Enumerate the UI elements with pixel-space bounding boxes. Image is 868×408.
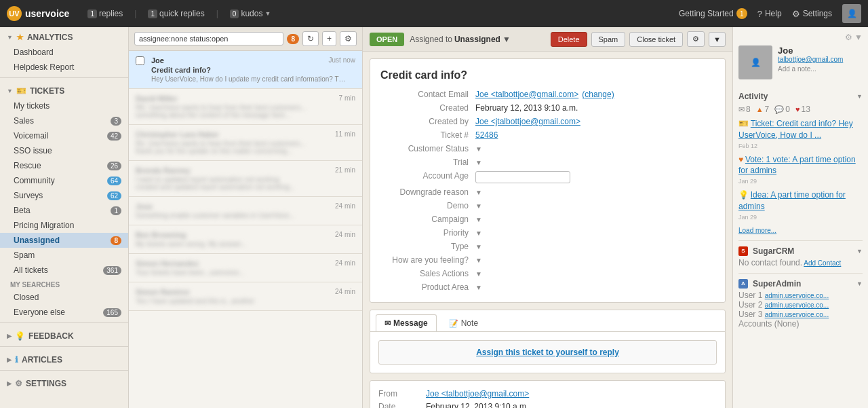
ticket-item[interactable]: Simon Hernandez 24 min Your tickets have… — [129, 254, 362, 282]
tab-note[interactable]: 📝 Note — [440, 314, 487, 331]
add-note-link[interactable]: Add a note... — [778, 65, 843, 73]
articles-section-header[interactable]: ▶ ℹ ARTICLES — [0, 350, 128, 367]
created-by-link[interactable]: Joe <jtalbottjoe@gmail.com> — [475, 117, 580, 126]
ticket-dropdown-button[interactable]: ▼ — [709, 32, 726, 47]
sidebar-item-rescue[interactable]: Rescue 26 — [0, 158, 128, 173]
user-avatar-nav[interactable]: 👤 — [842, 4, 861, 23]
ticket-item[interactable]: Jose 24 min Something enable customer va… — [129, 197, 362, 225]
delete-button[interactable]: Delete — [551, 32, 587, 47]
tab-message[interactable]: ✉ Message — [376, 314, 437, 331]
sidebar-item-surveys[interactable]: Surveys 62 — [0, 188, 128, 203]
replies-label: replies — [99, 9, 123, 18]
tickets-section-header[interactable]: ▼ 🎫 TICKETS — [0, 81, 128, 98]
sidebar-item-voicemail[interactable]: Voicemail 42 — [0, 128, 128, 143]
activity-link-0[interactable]: Ticket: Credit card info? Hey UserVoice,… — [738, 119, 853, 140]
sidebar-item-unassigned[interactable]: Unassigned 8 — [0, 233, 128, 248]
sidebar-item-everyone-else[interactable]: Everyone else 165 — [0, 305, 128, 320]
sales-badge: 3 — [111, 117, 121, 126]
activity-date-1: Jan 29 — [738, 178, 757, 185]
ticket-search-input[interactable] — [134, 32, 283, 45]
spam-button[interactable]: Spam — [591, 32, 626, 47]
change-email-link[interactable]: (change) — [582, 90, 614, 99]
trial-arrow: ▼ — [475, 159, 482, 166]
account-age-input[interactable] — [475, 171, 570, 183]
email-fields: From Joe <talbottjoe@gmail.com> Date Feb… — [378, 389, 717, 408]
settings-sidebar-label: SETTINGS — [26, 379, 66, 388]
sidebar-item-helpdesk-report[interactable]: Helpdesk Report — [0, 60, 128, 75]
sidebar-item-spam[interactable]: Spam — [0, 248, 128, 263]
settings-nav[interactable]: ⚙ Settings — [792, 9, 832, 19]
user-2-link[interactable]: admin.uservoice.co... — [765, 301, 829, 309]
contact-email-link[interactable]: Joe <talbottjoe@gmail.com> — [475, 90, 578, 99]
getting-started-nav[interactable]: Getting Started 1 — [679, 8, 747, 19]
feeling-dropdown[interactable]: ▼ — [475, 255, 715, 265]
created-label: Created — [380, 103, 475, 113]
ticket-item[interactable]: Brenda Ranney 21 min I want to updated r… — [129, 161, 362, 197]
sidebar-item-sso-issue[interactable]: SSO issue — [0, 143, 128, 158]
ticket-item[interactable]: Ben Browning 24 min My tickets seem wron… — [129, 225, 362, 254]
sidebar-item-my-tickets[interactable]: My tickets — [0, 98, 128, 113]
ticket-author: Simon Ramirez — [136, 288, 189, 296]
sidebar-item-all-tickets[interactable]: All tickets 361 — [0, 263, 128, 278]
sugarcrm-status: No contact found. Add Contact — [738, 258, 863, 267]
nav-replies[interactable]: 1 replies — [83, 7, 127, 20]
ticket-item[interactable]: Joe Just now Credit card info? Hey UserV… — [129, 51, 362, 89]
activity-arrow[interactable]: ▼ — [856, 93, 863, 100]
help-nav[interactable]: ? Help — [757, 9, 782, 19]
demo-label: Demo — [380, 201, 475, 210]
downgrade-reason-dropdown[interactable]: ▼ — [475, 187, 715, 197]
superadmin-icon: A — [738, 279, 748, 289]
nav-quick-replies[interactable]: 1 quick replies — [143, 7, 209, 20]
right-sidebar-settings[interactable]: ⚙ ▼ — [845, 33, 863, 42]
logo[interactable]: UV uservoice — [7, 6, 69, 21]
sugarcrm-add-contact[interactable]: Add Contact — [804, 259, 841, 267]
sidebar-item-sales[interactable]: Sales 3 — [0, 113, 128, 128]
activity-link-2[interactable]: Idea: A part time option for admins — [738, 190, 846, 211]
superadmin-users: User 1 admin.uservoice.co... User 2 admi… — [738, 291, 863, 329]
nav-kudos[interactable]: 0 kudos ▼ — [225, 7, 276, 20]
sidebar-item-closed[interactable]: Closed — [0, 290, 128, 305]
tickets-label: TICKETS — [30, 86, 64, 96]
analytics-section-header[interactable]: ▼ ★ ANALYTICS — [0, 27, 128, 45]
sugarcrm-arrow[interactable]: ▼ — [856, 248, 863, 255]
sales-actions-dropdown[interactable]: ▼ — [475, 269, 715, 278]
sidebar-item-pricing-migration[interactable]: Pricing Migration — [0, 218, 128, 233]
ticket-options-button[interactable]: ⚙ — [687, 31, 705, 47]
quick-replies-label: quick replies — [159, 9, 205, 18]
user-email[interactable]: talbottjoe@gmail.com — [778, 56, 843, 63]
trial-dropdown[interactable]: ▼ — [475, 157, 715, 167]
add-ticket-button[interactable]: + — [322, 31, 336, 46]
ticket-item[interactable]: David Miller 7 min RE: UserVoice wants t… — [129, 89, 362, 125]
ticket-num-link[interactable]: 52486 — [475, 130, 498, 140]
kudos-label: kudos — [241, 9, 262, 18]
product-area-dropdown[interactable]: ▼ — [475, 282, 715, 292]
assignee-dropdown-arrow[interactable]: ▼ — [502, 35, 511, 44]
sidebar-item-community[interactable]: Community 64 — [0, 173, 128, 188]
ticket-checkbox[interactable] — [136, 56, 144, 65]
superadmin-arrow[interactable]: ▼ — [856, 280, 863, 287]
demo-dropdown[interactable]: ▼ — [475, 201, 715, 210]
user-1-link[interactable]: admin.uservoice.co... — [765, 292, 829, 299]
ticket-item[interactable]: Simon Ramirez 24 min Yes I have updated … — [129, 282, 362, 311]
type-dropdown[interactable]: ▼ — [475, 242, 715, 251]
sidebar-item-beta[interactable]: Beta 1 — [0, 203, 128, 218]
close-ticket-button[interactable]: Close ticket — [629, 32, 683, 47]
logo-icon: UV — [7, 6, 22, 21]
filter-settings-button[interactable]: ⚙ — [340, 31, 357, 46]
activity-link-1[interactable]: Vote: 1 vote: A part time option for adm… — [738, 155, 856, 176]
sidebar-item-dashboard[interactable]: Dashboard — [0, 45, 128, 60]
feedback-section-header[interactable]: ▶ 💡 FEEDBACK — [0, 326, 128, 344]
load-more-link[interactable]: Load more... — [738, 227, 776, 234]
date-value: February 12, 2013 9:10 a.m. — [426, 402, 717, 408]
ticket-author: Ben Browning — [136, 231, 186, 239]
settings-section-header[interactable]: ▶ ⚙ SETTINGS — [0, 373, 128, 391]
note-tab-label: Note — [461, 318, 478, 328]
assign-self-button[interactable]: Assign this ticket to yourself to reply — [378, 340, 717, 365]
customer-status-dropdown[interactable]: ▼ — [475, 144, 715, 153]
priority-dropdown[interactable]: ▼ — [475, 228, 715, 238]
campaign-dropdown[interactable]: ▼ — [475, 215, 715, 224]
ticket-item[interactable]: Christopher Lara Haber 11 min Re: UserVo… — [129, 125, 362, 161]
from-link[interactable]: Joe <talbottjoe@gmail.com> — [426, 389, 529, 398]
user-3-link[interactable]: admin.uservoice.co... — [765, 311, 829, 318]
refresh-button[interactable]: ↻ — [302, 31, 319, 46]
